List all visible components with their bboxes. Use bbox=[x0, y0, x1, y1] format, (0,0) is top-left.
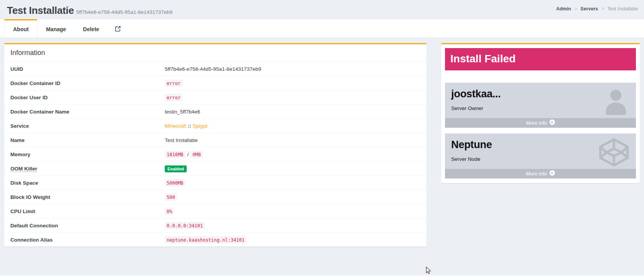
breadcrumb: Admin > Servers > Test Installatie bbox=[556, 6, 638, 12]
information-heading: Information bbox=[4, 44, 427, 62]
info-row-default-connection: Default Connection 0.0.0.0:34101 bbox=[4, 218, 427, 232]
node-more-info-button[interactable]: More info bbox=[445, 169, 636, 179]
docker-container-id-value: error bbox=[165, 80, 182, 87]
info-row-uuid: UUID 5ff7b4e6-e758-44d5-95a1-8e1431737eb… bbox=[4, 62, 427, 76]
info-row-disk-space: Disk Space 5000MB bbox=[4, 175, 427, 190]
content-area: Information UUID 5ff7b4e6-e758-44d5-95a1… bbox=[0, 38, 644, 247]
breadcrumb-separator: > bbox=[574, 6, 577, 12]
service-option-link[interactable]: Spigot bbox=[193, 123, 207, 129]
owner-more-info-button[interactable]: More info bbox=[445, 118, 636, 128]
memory-allocated-value: 1816MB bbox=[165, 151, 185, 158]
information-panel: Information UUID 5ff7b4e6-e758-44d5-95a1… bbox=[4, 43, 427, 247]
info-row-docker-container-id: Docker Container ID error bbox=[4, 76, 427, 90]
page-title: Test Installatie bbox=[7, 5, 74, 16]
tab-delete[interactable]: Delete bbox=[75, 19, 108, 38]
page-header: Test Installatie5ff7b4e6-e758-44d5-95a1-… bbox=[0, 0, 644, 19]
info-row-docker-user-id: Docker User ID error bbox=[4, 90, 427, 104]
tab-about[interactable]: About bbox=[4, 19, 37, 38]
info-row-service: Service Minecraft::Spigot bbox=[4, 118, 427, 133]
mouse-cursor bbox=[425, 267, 432, 276]
breadcrumb-separator: > bbox=[601, 6, 604, 12]
screen-bottom-edge bbox=[0, 275, 644, 277]
cpu-limit-value: 0% bbox=[165, 208, 174, 215]
server-node-card: Neptune Server Node More info bbox=[445, 133, 636, 179]
node-cube-icon bbox=[597, 137, 631, 169]
info-row-memory: Memory 1816MB/0MB bbox=[4, 147, 427, 161]
uuid-value: 5ff7b4e6-e758-44d5-95a1-8e1431737eb9 bbox=[165, 66, 261, 72]
info-row-oom-killer: OOM Killer Enabled bbox=[4, 161, 427, 175]
external-link-tab[interactable] bbox=[108, 19, 128, 38]
status-panel: Install Failed joostkaa... Server Owner … bbox=[441, 43, 640, 183]
default-connection-value: 0.0.0.0:34101 bbox=[165, 222, 205, 229]
tab-bar: About Manage Delete bbox=[0, 19, 644, 38]
info-row-name: Name Test Installatie bbox=[4, 133, 427, 147]
arrow-circle-right-icon bbox=[549, 119, 555, 126]
breadcrumb-current: Test Installatie bbox=[607, 6, 638, 12]
block-io-weight-value: 500 bbox=[165, 194, 177, 201]
page-uuid: 5ff7b4e6-e758-44d5-95a1-8e1431737eb9 bbox=[76, 9, 172, 15]
service-separator: :: bbox=[188, 123, 191, 129]
docker-user-id-value: error bbox=[165, 94, 182, 101]
oom-killer-status-badge: Enabled bbox=[165, 165, 187, 172]
server-owner-card: joostkaa... Server Owner More info bbox=[445, 83, 636, 128]
breadcrumb-admin[interactable]: Admin bbox=[556, 6, 571, 12]
external-link-icon bbox=[115, 25, 121, 32]
arrow-circle-right-icon bbox=[549, 170, 555, 177]
memory-separator: / bbox=[187, 152, 189, 157]
disk-space-value: 5000MB bbox=[165, 179, 185, 187]
breadcrumb-servers[interactable]: Servers bbox=[580, 6, 598, 12]
server-name-value: Test Installatie bbox=[165, 137, 198, 143]
info-row-block-io-weight: Block IO Weight 500 bbox=[4, 190, 427, 204]
info-row-connection-alias: Connection Alias neptune.kaashosting.nl:… bbox=[4, 232, 427, 247]
info-row-cpu-limit: CPU Limit 0% bbox=[4, 204, 427, 218]
info-row-docker-container-name: Docker Container Name testin_5ff7b4e6 bbox=[4, 104, 427, 118]
service-nest-link[interactable]: Minecraft bbox=[165, 123, 186, 129]
docker-container-name-value: testin_5ff7b4e6 bbox=[165, 109, 200, 115]
tab-manage[interactable]: Manage bbox=[37, 19, 74, 38]
memory-overallocation-value: 0MB bbox=[191, 151, 203, 158]
connection-alias-value: neptune.kaashosting.nl:34101 bbox=[165, 236, 246, 244]
install-failed-banner: Install Failed bbox=[445, 48, 636, 70]
user-icon bbox=[601, 87, 631, 117]
oom-killer-label: OOM Killer bbox=[10, 166, 37, 172]
